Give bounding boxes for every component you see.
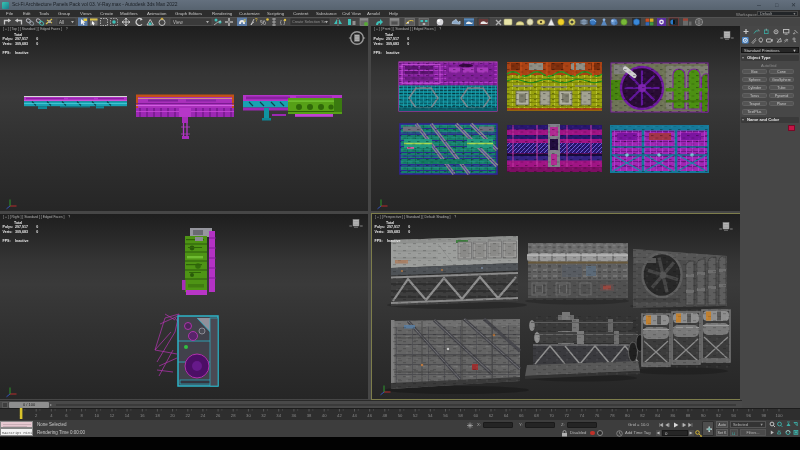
svg-text:24: 24	[201, 413, 206, 418]
svg-text:12: 12	[110, 413, 115, 418]
svg-text:View: View	[173, 19, 183, 24]
svg-text:36: 36	[292, 413, 297, 418]
svg-text:22: 22	[185, 413, 190, 418]
svg-text:Create Selection Set: Create Selection Set	[292, 20, 328, 24]
svg-text:52: 52	[413, 413, 418, 418]
svg-text:76: 76	[595, 413, 600, 418]
svg-text:60: 60	[473, 413, 478, 418]
svg-text:42: 42	[337, 413, 342, 418]
svg-text:46: 46	[367, 413, 372, 418]
svg-text:34: 34	[276, 413, 281, 418]
svg-text:28: 28	[231, 413, 236, 418]
svg-text:62: 62	[489, 413, 494, 418]
svg-text:44: 44	[352, 413, 357, 418]
svg-text:80: 80	[625, 413, 630, 418]
svg-text:16: 16	[140, 413, 145, 418]
svg-text:78: 78	[610, 413, 615, 418]
svg-text:All: All	[59, 19, 64, 24]
svg-text:82: 82	[640, 413, 645, 418]
svg-text:96: 96	[746, 413, 751, 418]
svg-text:70: 70	[549, 413, 554, 418]
svg-text:72: 72	[564, 413, 569, 418]
svg-text:30: 30	[246, 413, 251, 418]
svg-text:74: 74	[580, 413, 585, 418]
svg-text:68: 68	[534, 413, 539, 418]
svg-text:40: 40	[322, 413, 327, 418]
svg-text:56: 56	[443, 413, 448, 418]
svg-text:10: 10	[94, 413, 99, 418]
svg-text:32: 32	[261, 413, 266, 418]
svg-text:98: 98	[761, 413, 766, 418]
svg-text:100: 100	[776, 413, 784, 418]
svg-text:14: 14	[125, 413, 130, 418]
svg-text:20: 20	[170, 413, 175, 418]
svg-text:88: 88	[686, 413, 691, 418]
svg-text:92: 92	[716, 413, 721, 418]
svg-text:66: 66	[519, 413, 524, 418]
svg-text:50: 50	[398, 413, 403, 418]
svg-text:48: 48	[382, 413, 387, 418]
svg-text:38: 38	[307, 413, 312, 418]
svg-text:26: 26	[216, 413, 221, 418]
svg-text:%: %	[260, 18, 266, 25]
svg-text:86: 86	[671, 413, 676, 418]
svg-text:84: 84	[655, 413, 660, 418]
svg-text:90: 90	[701, 413, 706, 418]
svg-text:94: 94	[731, 413, 736, 418]
svg-text:54: 54	[428, 413, 433, 418]
svg-text:18: 18	[155, 413, 160, 418]
svg-text:64: 64	[504, 413, 509, 418]
svg-text:58: 58	[458, 413, 463, 418]
